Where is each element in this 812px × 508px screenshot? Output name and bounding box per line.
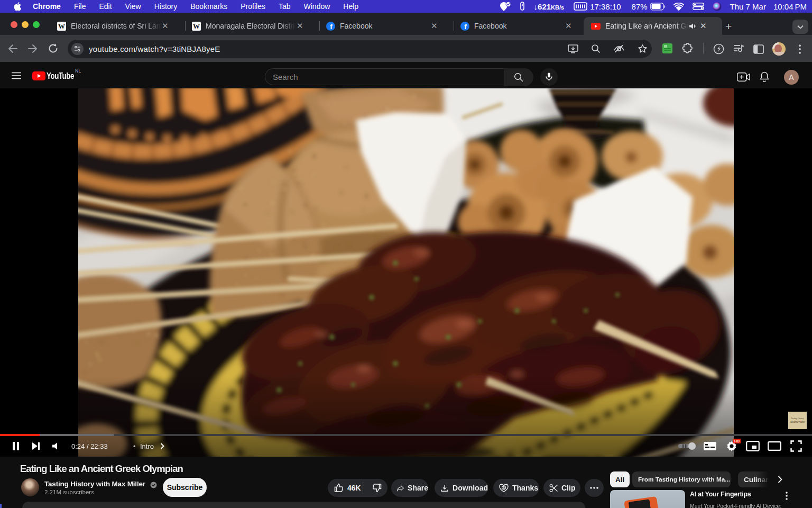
svg-text:$: $ — [503, 486, 505, 490]
svg-text:W: W — [193, 22, 200, 30]
svg-text:f: f — [330, 23, 333, 31]
svg-text:f: f — [464, 23, 467, 31]
svg-text:W: W — [58, 22, 65, 30]
